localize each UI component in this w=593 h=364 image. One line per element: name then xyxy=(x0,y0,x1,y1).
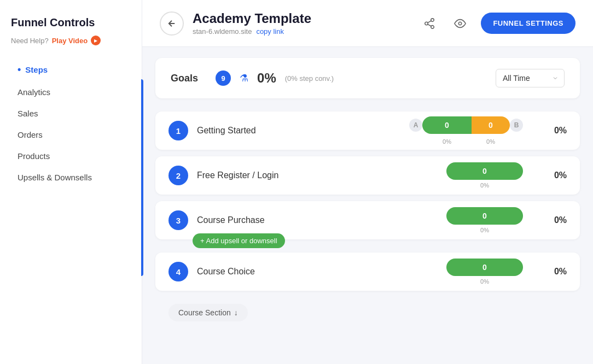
help-label: Need Help? xyxy=(11,37,49,45)
svg-point-1 xyxy=(425,22,428,25)
back-button[interactable] xyxy=(160,11,184,36)
main-content: Academy Template stan-6.wldemo.site copy… xyxy=(142,0,593,364)
step-name: Getting Started xyxy=(197,126,409,136)
goals-step-conv: (0% step conv.) xyxy=(285,74,334,83)
sidebar-title: Funnel Controls xyxy=(11,16,131,29)
ab-bar-a: 0 xyxy=(422,116,472,134)
course-section-arrow: ↓ xyxy=(234,308,238,317)
ab-label-b: B xyxy=(510,119,523,132)
course-section-row: Course Section ↓ xyxy=(155,297,580,328)
bar-pct: 0% xyxy=(480,182,489,189)
step-bar: 0 xyxy=(446,259,523,276)
sidebar-item-analytics[interactable]: Analytics xyxy=(11,82,131,102)
svg-point-0 xyxy=(431,18,434,21)
ab-bar: A 0 0 B xyxy=(409,116,523,134)
steps-area: 1 Getting Started A 0 0 B 0% 0% 0% 2 Fre… xyxy=(142,98,593,364)
goals-section: Goals 9 ⚗ 0% (0% step conv.) All Time La… xyxy=(155,58,580,98)
sidebar-item-sales[interactable]: Sales xyxy=(11,103,131,124)
goals-left: Goals 9 ⚗ 0% (0% step conv.) xyxy=(171,71,334,86)
header-actions: FUNNEL SETTINGS xyxy=(420,13,575,34)
copy-link-button[interactable]: copy link xyxy=(256,27,284,36)
step-row: 1 Getting Started A 0 0 B 0% 0% 0% xyxy=(155,111,580,150)
play-video-link[interactable]: Play Video xyxy=(52,37,88,45)
step-row: 2 Free Register / Login 0 0% 0% xyxy=(155,156,580,195)
bar-pct: 0% xyxy=(480,227,489,233)
goals-label: Goals xyxy=(171,73,198,84)
url-text: stan-6.wldemo.site xyxy=(193,27,252,36)
step-number: 3 xyxy=(168,210,188,230)
preview-button[interactable] xyxy=(450,14,470,33)
header-url: stan-6.wldemo.site copy link xyxy=(193,27,411,36)
ab-bar-b: 0 xyxy=(472,116,510,134)
step-row: 3 Course Purchase 0 0% 0% + Add upsell o… xyxy=(155,201,580,239)
goals-percentage: 0% xyxy=(257,71,276,86)
ab-pct-a: 0% xyxy=(422,138,472,145)
step-bar-area: 0 0% xyxy=(446,259,523,285)
sidebar: Funnel Controls Need Help? Play Video ▶ … xyxy=(0,0,142,364)
active-indicator xyxy=(141,79,143,276)
page-title: Academy Template xyxy=(193,11,411,26)
step-conv: 0% xyxy=(540,215,567,225)
goals-badge: 9 xyxy=(216,71,231,86)
funnel-settings-button[interactable]: FUNNEL SETTINGS xyxy=(481,13,575,34)
step-bar-area: 0 0% xyxy=(446,207,523,233)
sidebar-item-orders[interactable]: Orders xyxy=(11,125,131,145)
step-bar: 0 xyxy=(446,207,523,225)
nav-container: StepsAnalyticsSalesOrdersProductsUpsells… xyxy=(11,58,131,189)
step-bar: 0 xyxy=(446,162,523,180)
step-bar-area: 0 0% xyxy=(446,162,523,189)
svg-point-3 xyxy=(459,22,462,25)
ab-pct-b: 0% xyxy=(472,138,510,145)
step-name: Course Purchase xyxy=(197,215,446,225)
sidebar-item-upsells-&-downsells[interactable]: Upsells & Downsells xyxy=(11,167,131,187)
sidebar-help: Need Help? Play Video ▶ xyxy=(11,36,131,45)
step-number: 2 xyxy=(168,166,188,185)
step-number: 1 xyxy=(168,121,188,140)
share-button[interactable] xyxy=(420,14,439,33)
sidebar-item-steps[interactable]: Steps xyxy=(11,58,131,81)
course-section-label: Course Section xyxy=(178,308,231,317)
add-upsell-button[interactable]: + Add upsell or downsell xyxy=(193,233,285,248)
step-bar-area: A 0 0 B 0% 0% xyxy=(409,116,523,145)
step-conv: 0% xyxy=(540,267,567,277)
step-conv: 0% xyxy=(540,126,567,136)
ab-label-a: A xyxy=(409,119,422,132)
course-section-button[interactable]: Course Section ↓ xyxy=(168,304,248,321)
step-number: 4 xyxy=(168,262,188,281)
bar-pct: 0% xyxy=(480,278,489,285)
time-filter-select[interactable]: All Time Last 7 Days Last 30 Days Last 9… xyxy=(496,69,565,87)
play-icon: ▶ xyxy=(91,36,101,45)
flask-icon: ⚗ xyxy=(240,72,248,84)
sidebar-item-products[interactable]: Products xyxy=(11,146,131,166)
step-row: 4 Course Choice 0 0% 0% xyxy=(155,253,580,291)
step-name: Course Choice xyxy=(197,267,446,277)
ab-pct-row: 0% 0% xyxy=(422,138,510,145)
step-conv: 0% xyxy=(540,171,567,180)
page-header: Academy Template stan-6.wldemo.site copy… xyxy=(142,0,593,47)
svg-point-2 xyxy=(431,25,434,28)
header-info: Academy Template stan-6.wldemo.site copy… xyxy=(193,11,411,36)
step-name: Free Register / Login xyxy=(197,171,446,180)
